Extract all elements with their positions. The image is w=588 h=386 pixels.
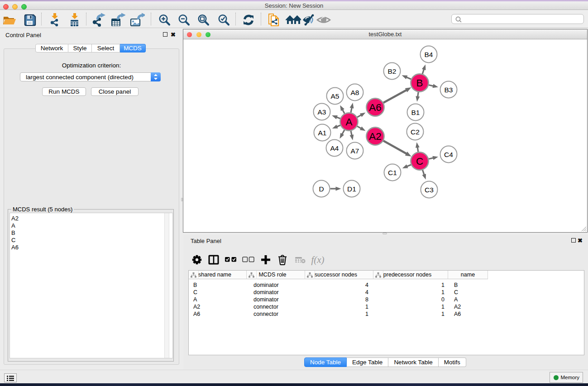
svg-text:D1: D1 bbox=[347, 185, 356, 193]
svg-text:C4: C4 bbox=[444, 151, 453, 158]
svg-text:A1: A1 bbox=[318, 129, 327, 137]
svg-text:A4: A4 bbox=[330, 144, 339, 152]
svg-text:C: C bbox=[416, 156, 423, 167]
svg-text:C1: C1 bbox=[388, 169, 397, 176]
svg-text:C3: C3 bbox=[425, 186, 434, 194]
svg-text:B1: B1 bbox=[411, 109, 420, 116]
svg-text:A7: A7 bbox=[351, 147, 359, 155]
svg-text:A3: A3 bbox=[318, 108, 326, 116]
svg-text:A6: A6 bbox=[369, 102, 382, 113]
svg-text:A: A bbox=[345, 116, 352, 128]
svg-text:D: D bbox=[319, 185, 324, 193]
svg-text:B: B bbox=[416, 77, 423, 89]
svg-text:B4: B4 bbox=[425, 51, 433, 58]
svg-text:B3: B3 bbox=[445, 86, 453, 94]
svg-text:A5: A5 bbox=[331, 92, 339, 100]
svg-text:A8: A8 bbox=[351, 89, 359, 96]
svg-text:B2: B2 bbox=[388, 67, 397, 75]
svg-text:C2: C2 bbox=[411, 128, 420, 136]
svg-text:A2: A2 bbox=[369, 131, 382, 142]
